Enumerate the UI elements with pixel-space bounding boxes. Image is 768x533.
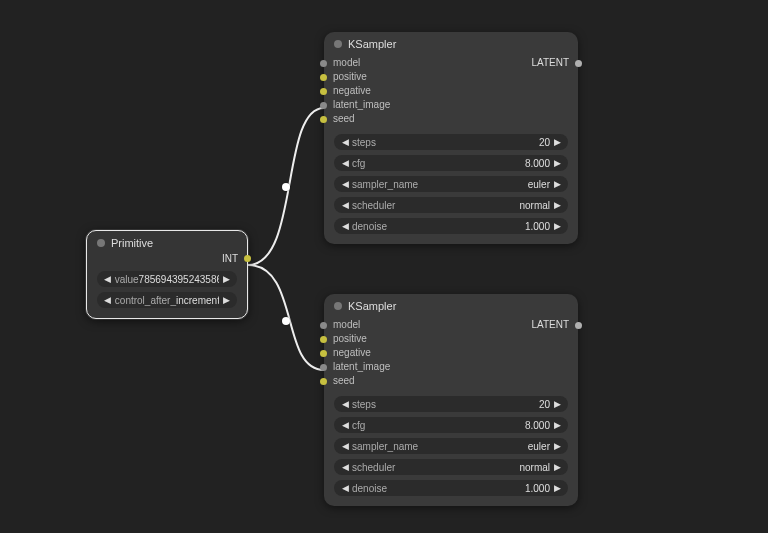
output-port-latent[interactable] [575,60,582,67]
ks2-widget-steps[interactable]: ◀steps20▶ [334,396,568,412]
input-port-negative[interactable] [320,88,327,95]
input-port-latent-image[interactable] [320,364,327,371]
node-ksampler-1[interactable]: KSampler model LATENT positive negative [324,32,578,244]
chevron-right-icon[interactable]: ▶ [552,221,562,231]
node-title: Primitive [111,237,153,249]
node-title: KSampler [348,38,396,50]
widget-label: sampler_name [352,179,418,190]
chevron-left-icon[interactable]: ◀ [340,483,350,493]
port-label: negative [333,346,371,360]
port-label: seed [333,112,355,126]
input-port-seed[interactable] [320,116,327,123]
chevron-right-icon[interactable]: ▶ [552,441,562,451]
ks1-widget-scheduler[interactable]: ◀schedulernormal▶ [334,197,568,213]
input-port-seed[interactable] [320,378,327,385]
node-title: KSampler [348,300,396,312]
widget-label: scheduler [352,462,395,473]
chevron-left-icon[interactable]: ◀ [340,420,350,430]
input-port-negative[interactable] [320,350,327,357]
port-label: positive [333,70,367,84]
ks1-widget-sampler_name[interactable]: ◀sampler_nameeuler▶ [334,176,568,192]
widget-label: sampler_name [352,441,418,452]
chevron-right-icon[interactable]: ▶ [552,200,562,210]
output-port-label: INT [222,253,238,264]
chevron-right-icon[interactable]: ▶ [221,274,231,284]
chevron-right-icon[interactable]: ▶ [552,158,562,168]
port-label: model [333,318,360,332]
widget-label: scheduler [352,200,395,211]
widget-value-text: 1.000 [525,483,550,494]
widget-value-text: 20 [539,399,550,410]
chevron-left-icon[interactable]: ◀ [340,179,350,189]
chevron-right-icon[interactable]: ▶ [552,420,562,430]
widget-value-text: 20 [539,137,550,148]
output-port-label: LATENT [531,318,569,332]
input-port-positive[interactable] [320,336,327,343]
widget-label: cfg [352,420,365,431]
output-port-latent[interactable] [575,322,582,329]
port-label: positive [333,332,367,346]
widget-control-after[interactable]: ◀ control_after_ increment ▶ [97,292,237,308]
output-port-label: LATENT [531,56,569,70]
port-label: seed [333,374,355,388]
ks2-widget-cfg[interactable]: ◀cfg8.000▶ [334,417,568,433]
collapse-dot-icon[interactable] [97,239,105,247]
chevron-right-icon[interactable]: ▶ [552,399,562,409]
widget-label: cfg [352,158,365,169]
input-port-model[interactable] [320,60,327,67]
ks2-widget-sampler_name[interactable]: ◀sampler_nameeuler▶ [334,438,568,454]
widget-value[interactable]: ◀ value 785694395243586 ▶ [97,271,237,287]
widget-value-text: euler [528,179,550,190]
widget-label: steps [352,399,376,410]
widget-label: denoise [352,483,387,494]
input-port-model[interactable] [320,322,327,329]
collapse-dot-icon[interactable] [334,302,342,310]
ks2-widget-scheduler[interactable]: ◀schedulernormal▶ [334,459,568,475]
chevron-left-icon[interactable]: ◀ [340,462,350,472]
ks2-widget-denoise[interactable]: ◀denoise1.000▶ [334,480,568,496]
widget-label: value [115,274,139,285]
widget-value-text: 8.000 [525,420,550,431]
widget-value-text: normal [519,462,550,473]
widget-value-text: 785694395243586 [139,274,220,285]
chevron-right-icon[interactable]: ▶ [221,295,231,305]
input-port-positive[interactable] [320,74,327,81]
output-port-int[interactable] [244,255,251,262]
node-header[interactable]: KSampler [324,32,578,54]
node-editor-canvas[interactable]: Primitive INT ◀ value 785694395243586 ▶ … [0,0,768,533]
widget-value-text: 8.000 [525,158,550,169]
collapse-dot-icon[interactable] [334,40,342,48]
widget-label: denoise [352,221,387,232]
chevron-left-icon[interactable]: ◀ [340,221,350,231]
widget-value-text: increment [176,295,219,306]
widget-value-text: normal [519,200,550,211]
chevron-left-icon[interactable]: ◀ [340,441,350,451]
chevron-right-icon[interactable]: ▶ [552,137,562,147]
node-header[interactable]: KSampler [324,294,578,316]
chevron-right-icon[interactable]: ▶ [552,179,562,189]
ks1-widget-denoise[interactable]: ◀denoise1.000▶ [334,218,568,234]
chevron-right-icon[interactable]: ▶ [552,462,562,472]
chevron-right-icon[interactable]: ▶ [552,483,562,493]
chevron-left-icon[interactable]: ◀ [103,295,113,305]
node-header[interactable]: Primitive [87,231,247,253]
ks1-widget-steps[interactable]: ◀steps20▶ [334,134,568,150]
ksampler2-widgets: ◀steps20▶◀cfg8.000▶◀sampler_nameeuler▶◀s… [324,392,578,506]
port-label: model [333,56,360,70]
widget-value-text: 1.000 [525,221,550,232]
chevron-left-icon[interactable]: ◀ [340,137,350,147]
chevron-left-icon[interactable]: ◀ [103,274,113,284]
node-primitive[interactable]: Primitive INT ◀ value 785694395243586 ▶ … [86,230,248,319]
ksampler1-widgets: ◀steps20▶◀cfg8.000▶◀sampler_nameeuler▶◀s… [324,130,578,244]
widget-value-text: euler [528,441,550,452]
chevron-left-icon[interactable]: ◀ [340,200,350,210]
chevron-left-icon[interactable]: ◀ [340,399,350,409]
input-port-latent-image[interactable] [320,102,327,109]
ks1-widget-cfg[interactable]: ◀cfg8.000▶ [334,155,568,171]
port-label: latent_image [333,360,390,374]
chevron-left-icon[interactable]: ◀ [340,158,350,168]
node-ksampler-2[interactable]: KSampler model LATENT positive negative [324,294,578,506]
widget-label: steps [352,137,376,148]
widget-label: control_after_ [115,295,176,306]
port-label: negative [333,84,371,98]
